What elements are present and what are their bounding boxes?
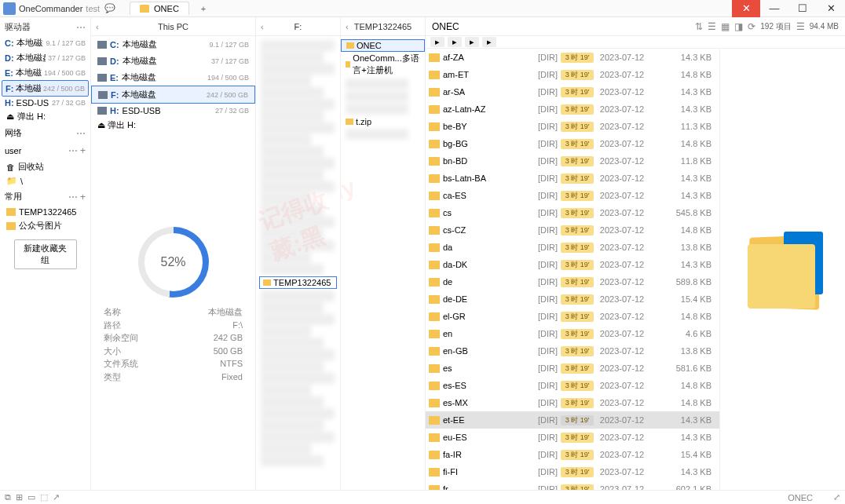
sidebar-drive-F[interactable]: F:本地磁盘242 / 500 GB (2, 80, 89, 97)
folder-icon (429, 157, 440, 166)
file-row-es-ES[interactable]: es-ES[DIR]3 时 19'2023-07-1214.8 KB (426, 377, 719, 394)
file-row-am-ET[interactable]: am-ET[DIR]3 时 19'2023-07-1214.8 KB (426, 66, 719, 83)
folder-icon (429, 451, 440, 459)
preview-icon[interactable]: ◨ (734, 21, 743, 32)
refresh-icon[interactable]: ⟳ (748, 21, 755, 32)
more-icon-2[interactable]: ☰ (796, 21, 805, 32)
sb-expand-icon[interactable]: ⤢ (833, 492, 840, 502)
maximize-button[interactable]: ☐ (788, 0, 817, 17)
thispc-drive-D[interactable]: D:本地磁盘37 / 127 GB (91, 53, 255, 69)
sb-icon[interactable]: ⧉ (5, 492, 11, 502)
file-row-af-ZA[interactable]: af-ZA[DIR]3 时 19'2023-07-1214.3 KB (426, 49, 719, 66)
file-row-ar-SA[interactable]: ar-SA[DIR]3 时 19'2023-07-1214.3 KB (426, 83, 719, 100)
file-list[interactable]: af-ZA[DIR]3 时 19'2023-07-1214.3 KBam-ET[… (426, 49, 719, 490)
sidebar-drive-D[interactable]: D:本地磁盘37 / 127 GB (2, 50, 89, 65)
column-f-drive: ‹F: TEMP1322465 记得收藏:黑 (256, 17, 341, 490)
file-row-fa-IR[interactable]: fa-IR[DIR]3 时 19'2023-07-1215.4 KB (426, 446, 719, 463)
thispc-drive-H[interactable]: H:ESD-USB27 / 32 GB (91, 104, 255, 118)
folder-icon (429, 226, 440, 235)
folder-icon (429, 330, 440, 338)
file-row-bs-Latn-BA[interactable]: bs-Latn-BA[DIR]3 时 19'2023-07-1214.3 KB (426, 170, 719, 187)
file-row-da[interactable]: da[DIR]3 时 19'2023-07-1213.8 KB (426, 239, 719, 256)
comment-icon[interactable]: 💬 (104, 3, 115, 13)
favorites-section[interactable]: 常用⋯ + (2, 188, 89, 206)
temp-item[interactable]: t.zip (341, 116, 425, 127)
folder-icon (429, 261, 440, 269)
sb-icon[interactable]: ⊞ (16, 492, 23, 502)
file-row-es[interactable]: es[DIR]3 时 19'2023-07-12581.6 KB (426, 360, 719, 377)
temp-item (346, 91, 408, 102)
folder-icon (429, 295, 440, 304)
file-row-da-DK[interactable]: da-DK[DIR]3 时 19'2023-07-1214.3 KB (426, 256, 719, 273)
blurred-files-2 (256, 290, 340, 466)
preview-pane (719, 49, 845, 490)
file-row-bg-BG[interactable]: bg-BG[DIR]3 时 19'2023-07-1214.8 KB (426, 135, 719, 152)
folder-icon (429, 88, 440, 97)
file-row-de[interactable]: de[DIR]3 时 19'2023-07-12589.8 KB (426, 273, 719, 290)
temp-item (346, 129, 408, 140)
folder-preview-icon (748, 230, 818, 309)
status-bar: ⧉ ⊞ ▭ ⬚ ↗ ONEC ⤢ (0, 490, 845, 504)
new-folder-group-button[interactable]: 新建收藏夹组 (14, 239, 77, 269)
fav-temp[interactable]: TEMP1322465 (2, 206, 89, 218)
detail-title: ONEC (432, 21, 459, 32)
file-row-fr[interactable]: fr[DIR]3 时 19'2023-07-12602.1 KB (426, 480, 719, 490)
file-row-az-Latn-AZ[interactable]: az-Latn-AZ[DIR]3 时 19'2023-07-1214.3 KB (426, 100, 719, 118)
file-row-ca-ES[interactable]: ca-ES[DIR]3 时 19'2023-07-1214.3 KB (426, 187, 719, 204)
temp-item (346, 104, 408, 115)
sidebar-drive-C[interactable]: C:本地磁盘9.1 / 127 GB (2, 35, 89, 50)
folder-icon (429, 433, 440, 442)
file-row-es-MX[interactable]: es-MX[DIR]3 时 19'2023-07-1214.8 KB (426, 394, 719, 411)
file-row-en[interactable]: en[DIR]3 时 19'2023-07-124.6 KB (426, 325, 719, 342)
network-section[interactable]: 网络⋯ (2, 124, 89, 142)
thispc-drive-F[interactable]: F:本地磁盘242 / 500 GB (91, 86, 255, 104)
folder-icon (429, 364, 440, 373)
folder-icon (429, 53, 440, 62)
title-bar: OneCommander test 💬 ONEC + ✕ — ☐ ✕ (0, 0, 845, 17)
file-row-de-DE[interactable]: de-DE[DIR]3 时 19'2023-07-1215.4 KB (426, 290, 719, 308)
file-row-fi-FI[interactable]: fi-FI[DIR]3 时 19'2023-07-1214.3 KB (426, 463, 719, 480)
breadcrumb[interactable]: ▸▸▸▸ (426, 36, 845, 49)
this-pc-header: ‹ This PC (91, 17, 255, 36)
file-row-en-GB[interactable]: en-GB[DIR]3 时 19'2023-07-1213.8 KB (426, 342, 719, 360)
file-row-eu-ES[interactable]: eu-ES[DIR]3 时 19'2023-07-1214.3 KB (426, 429, 719, 446)
list-icon[interactable]: ☰ (708, 21, 716, 32)
file-row-cs-CZ[interactable]: cs-CZ[DIR]3 时 19'2023-07-1214.8 KB (426, 221, 719, 239)
column-this-pc: ‹ This PC C:本地磁盘9.1 / 127 GBD:本地磁盘37 / 1… (91, 17, 256, 490)
blank-path[interactable]: 📁 \ (2, 174, 89, 188)
tab-add-button[interactable]: + (196, 4, 211, 13)
file-row-et-EE[interactable]: et-EE[DIR]3 时 19'2023-07-1214.3 KB (426, 411, 719, 429)
folder-icon (429, 105, 440, 114)
alt-close-button[interactable]: ✕ (732, 0, 760, 17)
more-icon[interactable]: ⋯ (76, 22, 86, 33)
fav-pics[interactable]: 公众号图片 (2, 218, 89, 233)
sidebar-drives-header: 驱动器 ⋯ (2, 19, 89, 35)
eject-h[interactable]: ⏏ 弹出 H: (2, 109, 89, 124)
user-section[interactable]: user⋯ + (2, 142, 89, 159)
sidebar-drive-E[interactable]: E:本地磁盘194 / 500 GB (2, 65, 89, 80)
thispc-drive-E[interactable]: E:本地磁盘194 / 500 GB (91, 69, 255, 86)
file-row-cs[interactable]: cs[DIR]3 时 19'2023-07-12545.8 KB (426, 204, 719, 221)
grid-icon[interactable]: ▦ (721, 21, 730, 32)
sort-icon[interactable]: ⇅ (695, 21, 703, 32)
file-row-be-BY[interactable]: be-BY[DIR]3 时 19'2023-07-1211.3 KB (426, 118, 719, 135)
app-icon (3, 2, 16, 15)
sidebar-drive-H[interactable]: H:ESD-USB27 / 32 GB (2, 97, 89, 109)
temp-item[interactable]: OneComm...多语言+注册机 (341, 52, 425, 77)
tab-onec[interactable]: ONEC (130, 2, 189, 15)
sb-icon[interactable]: ▭ (27, 492, 35, 502)
file-row-el-GR[interactable]: el-GR[DIR]3 时 19'2023-07-1214.8 KB (426, 308, 719, 325)
close-button[interactable]: ✕ (817, 0, 845, 17)
recycle-bin[interactable]: 🗑 回收站 (2, 159, 89, 174)
minimize-button[interactable]: — (760, 0, 788, 17)
folder-icon (429, 192, 440, 200)
thispc-drive-C[interactable]: C:本地磁盘9.1 / 127 GB (91, 36, 255, 53)
sb-icon[interactable]: ⬚ (40, 492, 48, 502)
file-row-bn-BD[interactable]: bn-BD[DIR]3 时 19'2023-07-1211.8 KB (426, 152, 719, 170)
eject-h-2[interactable]: ⏏ 弹出 H: (91, 118, 255, 133)
temp-item[interactable]: ONEC (341, 39, 425, 52)
sb-icon[interactable]: ↗ (53, 492, 60, 502)
back-icon[interactable]: ‹ (96, 22, 99, 31)
f-selected-temp[interactable]: TEMP1322465 (259, 276, 337, 289)
folder-icon (429, 382, 440, 390)
